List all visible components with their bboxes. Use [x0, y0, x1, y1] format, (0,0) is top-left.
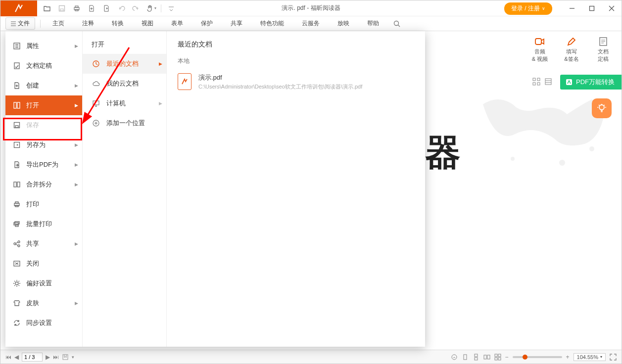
filemenu-open[interactable]: 打开▶	[5, 95, 82, 115]
svg-rect-40	[15, 225, 18, 227]
fill-sign-button[interactable]: 填写 &签名	[560, 36, 583, 63]
audio-video-button[interactable]: 音频 & 视频	[528, 36, 551, 63]
bookmark-nav-icon[interactable]	[62, 354, 69, 361]
recent-file-entry[interactable]: 演示.pdfC:\Users\Administrator\Desktop\seo…	[178, 70, 414, 93]
svg-point-43	[18, 245, 20, 247]
view-mode-toggle	[532, 78, 552, 86]
filemenu-props[interactable]: 属性▶	[5, 36, 82, 56]
svg-rect-13	[533, 83, 535, 85]
tab-share[interactable]: 共享	[222, 16, 251, 31]
export-doc-icon[interactable]	[99, 1, 113, 15]
facing-continuous-icon[interactable]	[494, 354, 501, 361]
new-doc-icon[interactable]	[85, 1, 98, 15]
print-icon[interactable]	[70, 1, 84, 15]
filemenu-saveas[interactable]: 另存为▶	[5, 135, 82, 155]
open-cloud[interactable]: 我的云文档	[83, 74, 166, 93]
filemenu-merge[interactable]: 合并拆分▶	[5, 175, 82, 194]
svg-point-45	[15, 282, 18, 285]
minimize-button[interactable]	[562, 0, 582, 16]
qat-customize-icon[interactable]	[164, 1, 178, 15]
grid-view-icon[interactable]	[532, 78, 540, 86]
last-page-icon[interactable]: ⏭	[53, 354, 59, 361]
tab-convert[interactable]: 转换	[103, 16, 133, 31]
redo-icon[interactable]	[129, 1, 143, 15]
tab-view[interactable]: 视图	[133, 16, 162, 31]
tab-forms[interactable]: 表单	[162, 16, 192, 31]
fullscreen-icon[interactable]	[610, 354, 617, 361]
chevron-right-icon: ▶	[75, 103, 78, 108]
svg-point-22	[589, 146, 594, 151]
doc-finalize-button[interactable]: 文档 定稿	[592, 36, 615, 63]
filemenu-close[interactable]: 关闭	[5, 254, 82, 273]
filemenu-final[interactable]: 文档定稿	[5, 56, 82, 76]
zoom-slider-thumb[interactable]	[523, 355, 527, 360]
tab-features[interactable]: 特色功能	[251, 16, 293, 31]
close-button[interactable]	[602, 0, 622, 16]
open-file-icon[interactable]	[40, 1, 54, 15]
zoom-value-label: 104.55%	[577, 354, 598, 360]
recent-docs-title: 最近的文档	[178, 40, 414, 49]
first-page-icon[interactable]: ⏮	[5, 354, 11, 361]
single-page-icon[interactable]	[462, 354, 469, 361]
svg-rect-57	[495, 354, 497, 357]
share-icon	[12, 239, 21, 248]
filemenu-batch[interactable]: 批量打印	[5, 214, 82, 234]
svg-rect-28	[14, 102, 16, 108]
hand-tool-icon[interactable]: ▾	[144, 1, 158, 15]
pdf-convert-button[interactable]: PDF万能转换	[560, 75, 622, 90]
zoom-slider[interactable]	[513, 356, 562, 358]
recent-file-path: C:\Users\Administrator\Desktop\seo软文工作培训…	[198, 83, 414, 91]
filemenu-print[interactable]: 打印	[5, 194, 82, 214]
filemenu-sync[interactable]: 同步设置	[5, 313, 82, 333]
filemenu-skin[interactable]: 皮肤▶	[5, 293, 82, 313]
chevron-down-icon: ▾	[600, 355, 602, 359]
svg-rect-60	[498, 358, 501, 360]
file-menu-button[interactable]: 文件	[5, 17, 35, 30]
svg-rect-3	[75, 6, 78, 7]
continuous-page-icon[interactable]	[473, 354, 479, 361]
filemenu-create[interactable]: 创建▶	[5, 76, 82, 95]
tab-slideshow[interactable]: 放映	[329, 16, 358, 31]
open-addloc[interactable]: 添加一个位置	[83, 113, 166, 133]
page-number-input[interactable]	[22, 353, 43, 362]
zoom-value-box[interactable]: 104.55% ▾	[574, 353, 606, 361]
tab-protect[interactable]: 保护	[192, 16, 222, 31]
search-icon[interactable]	[393, 20, 401, 28]
save-icon[interactable]	[55, 1, 69, 15]
tab-home[interactable]: 主页	[44, 16, 73, 31]
filemenu-pref[interactable]: 偏好设置	[5, 273, 82, 293]
undo-icon[interactable]	[114, 1, 128, 15]
merge-icon	[12, 180, 21, 189]
props-icon	[12, 42, 21, 50]
tab-annotate[interactable]: 注释	[73, 16, 103, 31]
create-icon	[12, 81, 21, 90]
open-recent[interactable]: 最近的文档▶	[83, 54, 166, 74]
list-view-icon[interactable]	[544, 78, 552, 86]
maximize-button[interactable]	[582, 0, 602, 16]
tab-cloud[interactable]: 云服务	[293, 16, 329, 31]
app-logo[interactable]	[0, 0, 37, 16]
page-dropdown-icon[interactable]: ▾	[72, 355, 74, 360]
pdf-convert-label: PDF万能转换	[576, 78, 615, 87]
zoom-in-icon[interactable]: +	[566, 354, 570, 361]
facing-page-icon[interactable]	[483, 354, 490, 361]
pref-icon	[12, 279, 21, 288]
file-menu-panel: 属性▶文档定稿创建▶打开▶保存另存为▶导出PDF为▶合并拆分▶打印批量打印共享▶…	[5, 31, 425, 347]
chevron-right-icon: ▶	[75, 83, 78, 88]
chevron-right-icon: ▶	[75, 162, 78, 167]
reflow-icon[interactable]	[451, 354, 458, 361]
tips-button[interactable]	[592, 98, 612, 118]
filemenu-export[interactable]: 导出PDF为▶	[5, 155, 82, 175]
login-register-button[interactable]: 登录 / 注册 ∨	[504, 2, 552, 15]
svg-rect-0	[59, 5, 65, 11]
zoom-out-icon[interactable]: −	[505, 354, 509, 361]
filemenu-share[interactable]: 共享▶	[5, 234, 82, 254]
next-page-icon[interactable]: ▶	[46, 354, 50, 361]
svg-rect-56	[487, 355, 490, 359]
svg-point-41	[14, 243, 16, 245]
prev-page-icon[interactable]: ◀	[14, 354, 19, 361]
svg-rect-1	[60, 9, 63, 11]
open-computer[interactable]: 计算机▶	[83, 93, 166, 113]
page-nav: ⏮ ◀ ▶ ⏭ ▾	[5, 353, 74, 362]
tab-help[interactable]: 帮助	[358, 16, 388, 31]
